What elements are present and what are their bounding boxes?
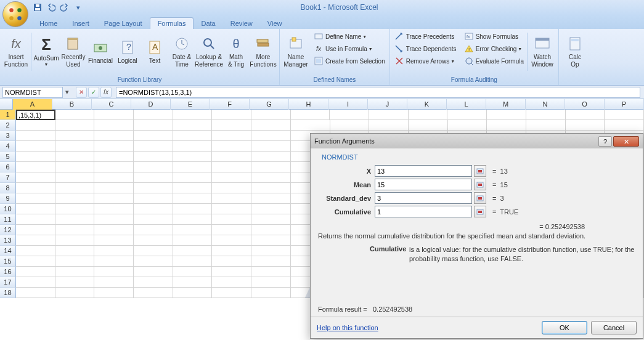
cell-B12[interactable] [55,225,95,235]
column-header-G[interactable]: G [250,99,289,110]
name-box[interactable] [2,87,63,98]
cell-C1[interactable] [94,110,134,120]
cell-F13[interactable] [212,235,251,246]
cell-N2[interactable] [526,120,566,131]
collapse-dialog-icon[interactable] [474,165,486,177]
cell-E7[interactable] [173,172,213,183]
math-trig-button[interactable]: θ Math & Trig [222,30,250,72]
cell-F14[interactable] [212,246,251,256]
arg-input-Standard_dev[interactable] [375,192,472,204]
cell-E12[interactable] [173,225,213,235]
cell-B6[interactable] [55,162,95,172]
cell-E1[interactable] [173,110,213,120]
evaluate-formula-button[interactable]: Evaluate Formula [462,55,526,67]
show-formulas-button[interactable]: fxShow Formulas [462,30,526,42]
cell-F8[interactable] [212,183,251,193]
column-header-O[interactable]: O [565,99,605,110]
cell-C12[interactable] [94,225,134,235]
calculation-options-button[interactable]: Calc Op [561,30,589,72]
tab-review[interactable]: Review [223,18,260,29]
cell-N1[interactable] [526,110,566,120]
cell-A6[interactable] [16,162,55,172]
cell-E2[interactable] [173,120,213,131]
cell-F12[interactable] [212,225,251,235]
cell-G3[interactable] [251,131,291,141]
cell-D1[interactable] [134,110,173,120]
cell-A9[interactable] [16,193,55,204]
cell-E13[interactable] [173,235,213,246]
cell-E16[interactable] [173,267,213,277]
cell-D16[interactable] [134,267,173,277]
cell-H1[interactable] [291,110,330,120]
cell-C16[interactable] [94,267,134,277]
cell-A17[interactable] [16,277,55,288]
collapse-dialog-icon[interactable] [474,206,486,217]
cell-C18[interactable] [94,288,134,298]
cell-G10[interactable] [251,204,291,214]
cell-D3[interactable] [134,131,173,141]
autosum-button[interactable]: Σ AutoSum▼ [33,30,60,72]
row-header-3[interactable]: 3 [0,131,16,141]
cell-B17[interactable] [55,277,95,288]
cell-A18[interactable] [16,288,55,298]
financial-button[interactable]: Financial [87,30,114,72]
cell-B2[interactable] [55,120,95,131]
cell-F2[interactable] [212,120,251,131]
cell-E9[interactable] [173,193,213,204]
save-icon[interactable] [32,2,43,13]
cell-F4[interactable] [212,141,251,152]
collapse-dialog-icon[interactable] [474,179,486,190]
column-header-B[interactable]: B [52,99,92,110]
cell-E11[interactable] [173,214,213,225]
cell-F17[interactable] [212,277,251,288]
cell-D18[interactable] [134,288,173,298]
cell-M2[interactable] [487,120,526,131]
cell-A3[interactable] [16,131,55,141]
cell-D15[interactable] [134,256,173,267]
cell-F7[interactable] [212,172,251,183]
cell-E8[interactable] [173,183,213,193]
column-header-J[interactable]: J [368,99,407,110]
cell-D5[interactable] [134,152,173,162]
cell-B3[interactable] [55,131,95,141]
cell-G12[interactable] [251,225,291,235]
cell-E5[interactable] [173,152,213,162]
row-header-13[interactable]: 13 [0,235,16,246]
cell-J1[interactable] [369,110,409,120]
cell-E18[interactable] [173,288,213,298]
trace-dependents-button[interactable]: Trace Dependents [393,42,459,55]
row-header-6[interactable]: 6 [0,162,16,172]
cell-B1[interactable] [55,110,95,120]
cell-E14[interactable] [173,246,213,256]
cell-F3[interactable] [212,131,251,141]
row-header-5[interactable]: 5 [0,152,16,162]
cell-A15[interactable] [16,256,55,267]
column-header-C[interactable]: C [92,99,131,110]
cell-E6[interactable] [173,162,213,172]
cell-D8[interactable] [134,183,173,193]
row-header-11[interactable]: 11 [0,214,16,225]
cell-F5[interactable] [212,152,251,162]
qat-dropdown-icon[interactable]: ▾ [73,2,84,13]
column-header-P[interactable]: P [605,99,644,110]
cell-G9[interactable] [251,193,291,204]
cell-C14[interactable] [94,246,134,256]
column-header-H[interactable]: H [289,99,328,110]
text-button[interactable]: A Text [141,30,168,72]
cell-A4[interactable] [16,141,55,152]
help-on-function-link[interactable]: Help on this function [317,324,378,331]
cell-B7[interactable] [55,172,95,183]
cell-A7[interactable] [16,172,55,183]
cell-E15[interactable] [173,256,213,267]
row-header-7[interactable]: 7 [0,172,16,183]
cell-E4[interactable] [173,141,213,152]
cell-C8[interactable] [94,183,134,193]
cell-A12[interactable] [16,225,55,235]
cell-C4[interactable] [94,141,134,152]
cell-D11[interactable] [134,214,173,225]
cell-D14[interactable] [134,246,173,256]
cell-C7[interactable] [94,172,134,183]
cell-F16[interactable] [212,267,251,277]
lookup-button[interactable]: Lookup & Reference [195,30,222,72]
cell-B8[interactable] [55,183,95,193]
